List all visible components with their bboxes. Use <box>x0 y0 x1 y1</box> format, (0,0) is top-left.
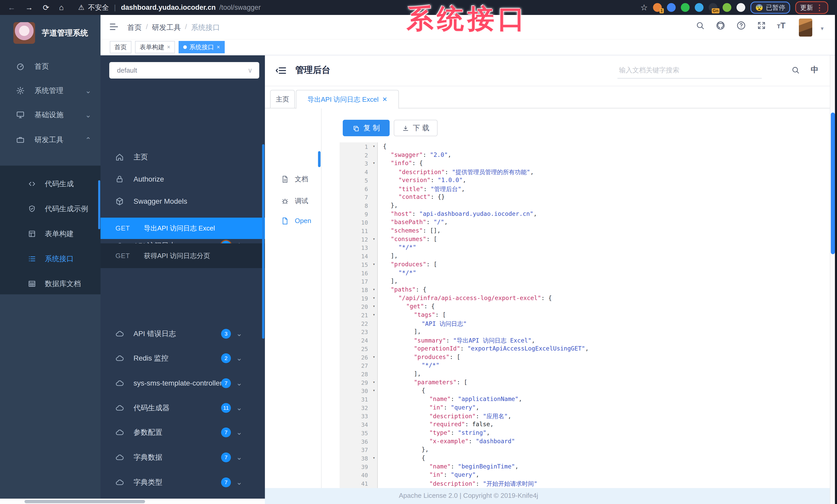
browser-back-icon[interactable]: ← <box>8 3 16 12</box>
sidebar-item-研发工具[interactable]: 研发工具⌃ <box>0 128 101 152</box>
api-group-代码生成器[interactable]: 代码生成器11⌄ <box>101 396 265 420</box>
line-number: 18 <box>361 287 368 293</box>
sidebar-subitem-系统接口[interactable]: 系统接口 <box>0 246 101 271</box>
sidebar-subitem-代码生成[interactable]: 代码生成 <box>0 171 101 196</box>
horizontal-scrollbar-thumb[interactable] <box>24 500 145 503</box>
horizontal-scrollbar[interactable] <box>0 499 265 504</box>
browser-forward-icon[interactable]: → <box>25 3 33 12</box>
cloud-icon <box>115 478 124 487</box>
count-badge: 2 <box>221 353 231 363</box>
mini-scrollbar-thumb[interactable] <box>318 151 321 167</box>
line-number: 9 <box>364 211 368 218</box>
breadcrumb-item[interactable]: 系统接口 <box>191 23 220 33</box>
language-icon[interactable]: 中 <box>811 64 818 75</box>
tags-view-bar: 首页表单构建×系统接口× <box>101 39 837 55</box>
extension-frog-icon[interactable] <box>723 3 731 12</box>
api-group-参数配置[interactable]: 参数配置7⌄ <box>101 420 265 445</box>
update-button[interactable]: 更新 ⋮ <box>795 1 828 14</box>
hamburger-icon[interactable] <box>109 22 119 32</box>
line-number: 5 <box>364 178 368 184</box>
tag-首页[interactable]: 首页 <box>110 41 131 53</box>
question-icon <box>736 21 746 31</box>
main-scrollbar-thumb[interactable] <box>831 113 835 254</box>
fold-icon[interactable]: ▾ <box>373 455 375 460</box>
warning-icon: ⚠ <box>78 3 84 12</box>
address-bar[interactable]: ⚠ 不安全 | dashboard.yudao.iocoder.cn/tool/… <box>78 3 261 12</box>
fold-icon[interactable]: ▾ <box>373 262 375 266</box>
extension-gn-icon[interactable]: Gn <box>709 3 717 12</box>
fold-icon[interactable]: ▾ <box>373 237 375 241</box>
fold-icon[interactable]: ▾ <box>373 295 375 300</box>
sidebar-subitem-数据库文档[interactable]: 数据库文档 <box>0 271 101 296</box>
code-editor[interactable]: 1▾23▾456789101112▾131415▾161718▾19▾20▾21… <box>340 143 837 488</box>
side-tab-调试[interactable]: 调试 <box>281 194 308 208</box>
extension-orange-icon[interactable]: 1 <box>653 3 662 12</box>
swagger-nav-Authorize[interactable]: Authorize <box>101 168 265 190</box>
bookmark-star-icon[interactable]: ☆ <box>640 3 648 12</box>
paused-extension-pill[interactable]: 😨 已暂停 <box>750 2 790 14</box>
avatar[interactable] <box>799 19 812 37</box>
close-icon[interactable]: × <box>167 44 170 51</box>
code-line: ], <box>391 253 398 261</box>
code-line: "swagger": "2.0", <box>391 151 451 160</box>
operation-row[interactable]: GET导出API 访问日志 Excel <box>101 218 265 239</box>
tag-系统接口[interactable]: 系统接口× <box>179 41 225 53</box>
breadcrumb-item[interactable]: 首页 <box>127 23 142 33</box>
fold-icon[interactable]: ▾ <box>373 304 375 309</box>
tag-表单构建[interactable]: 表单构建× <box>135 41 175 53</box>
browser-reload-icon[interactable]: ⟳ <box>43 3 49 12</box>
collapse-menu-icon[interactable] <box>275 64 287 76</box>
security-label: 不安全 <box>88 3 109 12</box>
sidebar-item-基础设施[interactable]: 基础设施⌄ <box>0 103 101 127</box>
extension-star-icon[interactable] <box>736 3 745 12</box>
line-number: 22 <box>361 321 368 327</box>
side-tab-文档[interactable]: 文档 <box>281 172 308 186</box>
logo-image <box>13 22 35 44</box>
operation-row[interactable]: GET获得API 访问日志分页 <box>101 243 265 268</box>
sidebar-subitem-表单构建[interactable]: 表单构建 <box>0 221 101 246</box>
code-line: "version": "1.0.0", <box>398 177 466 185</box>
fold-icon[interactable]: ▾ <box>373 287 375 292</box>
api-group-API 错误日志[interactable]: API 错误日志3⌄ <box>101 321 265 346</box>
fontsize-icon[interactable]: TT <box>777 21 785 31</box>
search-icon[interactable] <box>791 66 800 74</box>
swagger-sidebar: default ∨ 主页AuthorizeSwagger Models文档管理⌄… <box>101 55 265 504</box>
sidebar-item-系统管理[interactable]: 系统管理⌄ <box>0 78 101 103</box>
sidebar-scrollbar-thumb[interactable] <box>98 180 100 229</box>
line-number: 13 <box>361 245 368 251</box>
extension-green-check-icon[interactable] <box>681 3 690 12</box>
side-tab-Open[interactable]: Open <box>281 213 311 228</box>
swagger-sidebar-scrollbar-thumb[interactable] <box>262 144 264 339</box>
download-button[interactable]: 下 载 <box>394 120 438 136</box>
fold-icon[interactable]: ▾ <box>373 354 375 359</box>
fold-icon[interactable]: ▾ <box>373 144 375 149</box>
extension-blue-icon[interactable] <box>695 3 704 12</box>
sidebar-item-首页[interactable]: 首页 <box>0 54 101 78</box>
doc-tab-导出API 访问日志 Excel[interactable]: 导出API 访问日志 Excel✕ <box>296 90 399 109</box>
api-group-字典数据[interactable]: 字典数据7⌄ <box>101 445 265 469</box>
api-group-select[interactable]: default ∨ <box>109 62 259 78</box>
sidebar-subitem-代码生成示例[interactable]: 代码生成示例 <box>0 196 101 221</box>
close-icon[interactable]: × <box>217 44 220 51</box>
browser-menu-icon[interactable]: ⋮ <box>816 3 823 12</box>
line-number: 11 <box>361 228 368 235</box>
breadcrumb-item[interactable]: 研发工具 <box>152 23 181 33</box>
copy-button[interactable]: 复 制 <box>343 120 390 136</box>
swagger-nav-主页[interactable]: 主页 <box>101 146 265 168</box>
code-line: "schemes": [], <box>391 227 441 236</box>
api-group-Redis 监控[interactable]: Redis 监控2⌄ <box>101 346 265 370</box>
fold-icon[interactable]: ▾ <box>373 379 375 385</box>
browser-home-icon[interactable]: ⌂ <box>59 3 64 12</box>
footer: Apache License 2.0 | Copyright © 2019-Kn… <box>265 488 837 504</box>
chevron-down-icon[interactable]: ▾ <box>821 25 824 32</box>
fold-icon[interactable]: ▾ <box>373 388 375 393</box>
swagger-nav-Swagger Models[interactable]: Swagger Models <box>101 190 265 212</box>
api-group-sys-sms-template-controller[interactable]: sys-sms-template-controller7⌄ <box>101 371 265 395</box>
api-group-字典类型[interactable]: 字典类型7⌄ <box>101 470 265 494</box>
doc-search-input[interactable]: 输入文档关键字搜索 <box>618 62 762 78</box>
fold-icon[interactable]: ▾ <box>373 312 375 317</box>
doc-tab-主页[interactable]: 主页 <box>270 90 295 108</box>
close-icon[interactable]: ✕ <box>382 96 387 103</box>
fold-icon[interactable]: ▾ <box>373 161 375 165</box>
extension-drop-icon[interactable] <box>667 3 676 12</box>
